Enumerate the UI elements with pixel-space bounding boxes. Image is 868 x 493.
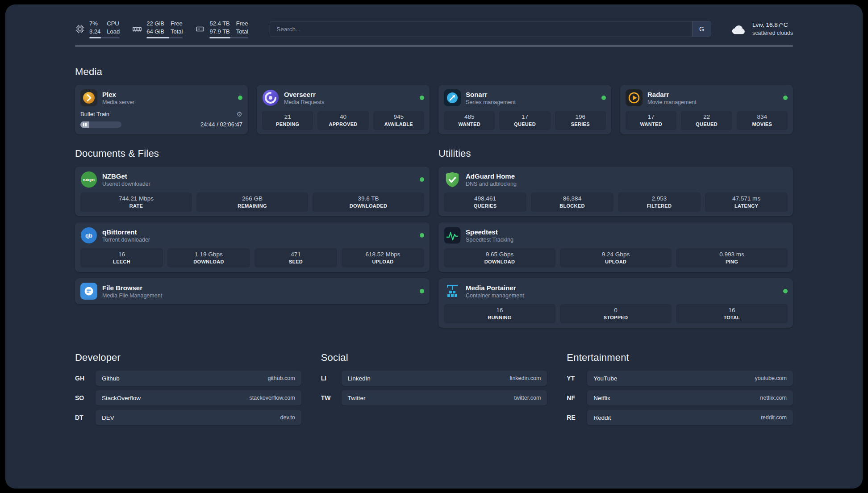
app-card-speedtest[interactable]: Speedtest Speedtest Tracking 9.65 Gbps D… [438, 222, 793, 272]
status-online-dot [420, 233, 424, 238]
app-subtitle: Torrent downloader [102, 237, 150, 243]
app-subtitle: DNS and adblocking [466, 181, 517, 187]
stat-latency: 47.571 ms LATENCY [705, 192, 788, 212]
stat-series: 196 SERIES [555, 111, 606, 130]
app-subtitle: Usenet downloader [102, 181, 150, 187]
status-online-dot [601, 96, 606, 100]
speedtest-icon [444, 227, 461, 244]
bookmark-abbr: SO [75, 394, 96, 401]
disk-label-bottom: Total [236, 28, 248, 36]
stat-leech: 16 LEECH [80, 248, 163, 267]
section-title-social: Social [321, 352, 547, 363]
stat-rate: 744.21 Mbps RATE [80, 192, 192, 212]
section-utilities: Utilities [438, 148, 793, 328]
stat-available: 945 AVAILABLE [373, 111, 424, 130]
bookmark-row: LI LinkedIn linkedin.com [321, 371, 547, 386]
search-input[interactable] [270, 21, 692, 37]
bookmark-link-github[interactable]: Github github.com [96, 371, 301, 386]
ram-progress-bar [146, 37, 183, 38]
stat-blocked: 86,384 BLOCKED [531, 192, 613, 212]
ram-icon [132, 24, 142, 34]
pause-icon[interactable] [83, 123, 87, 126]
svg-text:nzbget: nzbget [83, 178, 95, 182]
topbar-divider [75, 46, 793, 46]
status-online-dot [420, 289, 424, 293]
stat-stopped: 0 STOPPED [560, 304, 672, 323]
cloud-icon [731, 22, 747, 36]
bookmark-link-stackoverflow[interactable]: StackOverflow stackoverflow.com [96, 390, 301, 405]
stat-downloaded: 39.6 TB DOWNLOADED [313, 192, 424, 212]
bookmark-abbr: TW [321, 394, 342, 401]
plex-icon [80, 89, 97, 106]
app-card-adguard[interactable]: AdGuard Home DNS and adblocking 498,461 … [438, 167, 793, 216]
status-online-dot [420, 96, 424, 100]
stat-upload: 618.52 Mbps UPLOAD [342, 248, 424, 267]
bookmark-row: NF Netflix netflix.com [567, 390, 793, 405]
gear-icon[interactable]: ⚙ [237, 111, 242, 117]
app-subtitle: Media File Management [102, 292, 162, 299]
app-card-sonarr[interactable]: Sonarr Series management 485 WANTED 17 Q… [438, 85, 611, 134]
search-provider-button[interactable]: G [692, 21, 711, 37]
bookmark-link-reddit[interactable]: Reddit reddit.com [587, 410, 793, 425]
cpu-label-bottom: Load [107, 28, 120, 36]
app-name: qBittorrent [102, 228, 150, 236]
app-subtitle: Speedtest Tracking [466, 237, 513, 243]
stat-upload: 9.24 Gbps UPLOAD [560, 248, 672, 267]
playback-progress-bar [80, 121, 121, 128]
status-online-dot [783, 96, 788, 100]
app-name: Overseerr [284, 91, 324, 98]
disk-stat: 52.4 TB 97.9 TB Free Total [195, 20, 248, 38]
bookmark-group-social: Social LI LinkedIn linkedin.com TW Twitt… [321, 352, 547, 425]
cpu-usage-value: 7% [89, 20, 100, 28]
app-name: Sonarr [466, 91, 516, 98]
stat-remaining: 266 GB REMAINING [196, 192, 308, 212]
stat-seed: 471 SEED [255, 248, 337, 267]
stat-download: 9.65 Gbps DOWNLOAD [444, 248, 555, 267]
status-online-dot [238, 96, 242, 100]
bookmark-link-dev[interactable]: DEV dev.to [96, 410, 301, 425]
bookmark-abbr: NF [567, 394, 587, 401]
ram-label-bottom: Total [171, 28, 183, 36]
bookmark-abbr: DT [75, 414, 96, 421]
app-card-nzbget[interactable]: nzbget NZBGet Usenet downloader 744.21 M… [75, 167, 430, 216]
bookmark-link-twitter[interactable]: Twitter twitter.com [342, 390, 547, 405]
cpu-load-value: 3.24 [89, 28, 100, 36]
bookmark-link-linkedin[interactable]: LinkedIn linkedin.com [342, 371, 547, 386]
app-name: Media Portainer [466, 284, 524, 292]
app-card-overseerr[interactable]: Overseerr Media Requests 21 PENDING 40 A… [257, 85, 430, 134]
search-bar[interactable]: G [270, 21, 711, 37]
app-card-portainer[interactable]: Media Portainer Container management 16 … [438, 278, 793, 328]
app-subtitle: Series management [466, 99, 516, 105]
dashboard-page: 7% 3.24 CPU Load [0, 0, 868, 493]
bookmark-abbr: YT [567, 375, 587, 382]
ram-total-value: 64 GiB [146, 28, 164, 36]
ram-free-value: 22 GiB [146, 20, 164, 28]
app-card-qbittorrent[interactable]: qb qBittorrent Torrent downloader 16 LEE… [75, 222, 430, 272]
stat-queued: 22 QUEUED [681, 111, 732, 130]
app-card-filebrowser[interactable]: File Browser Media File Management [75, 278, 430, 304]
weather-widget: Lviv, 16.87°C scattered clouds [731, 21, 793, 37]
app-card-radarr[interactable]: Radarr Movie management 17 WANTED 22 QUE… [620, 85, 793, 134]
app-subtitle: Media server [102, 99, 134, 105]
status-online-dot [783, 289, 788, 293]
section-media: Media Pl [75, 66, 793, 134]
app-subtitle: Movie management [647, 99, 697, 105]
dashboard-panel: 7% 3.24 CPU Load [5, 4, 863, 489]
overseerr-icon [262, 89, 279, 106]
bookmark-row: RE Reddit reddit.com [567, 410, 793, 425]
bookmark-abbr: RE [567, 414, 587, 421]
cpu-progress-bar [89, 37, 120, 38]
app-card-plex[interactable]: Plex Media server Bullet Train ⚙ 24:44 /… [75, 85, 248, 134]
stat-ping: 0.993 ms PING [676, 248, 788, 267]
section-title-utilities: Utilities [438, 148, 793, 159]
system-stats: 7% 3.24 CPU Load [75, 20, 248, 38]
playback-time: 24:44 / 02:06:47 [200, 121, 242, 128]
bookmark-link-youtube[interactable]: YouTube youtube.com [587, 371, 793, 386]
disk-total-value: 97.9 TB [209, 28, 230, 36]
app-name: AdGuard Home [466, 172, 517, 180]
disk-icon [195, 24, 205, 34]
app-name: File Browser [102, 284, 162, 292]
bookmark-abbr: LI [321, 375, 342, 382]
bookmark-link-netflix[interactable]: Netflix netflix.com [587, 390, 793, 405]
portainer-icon [444, 283, 461, 300]
